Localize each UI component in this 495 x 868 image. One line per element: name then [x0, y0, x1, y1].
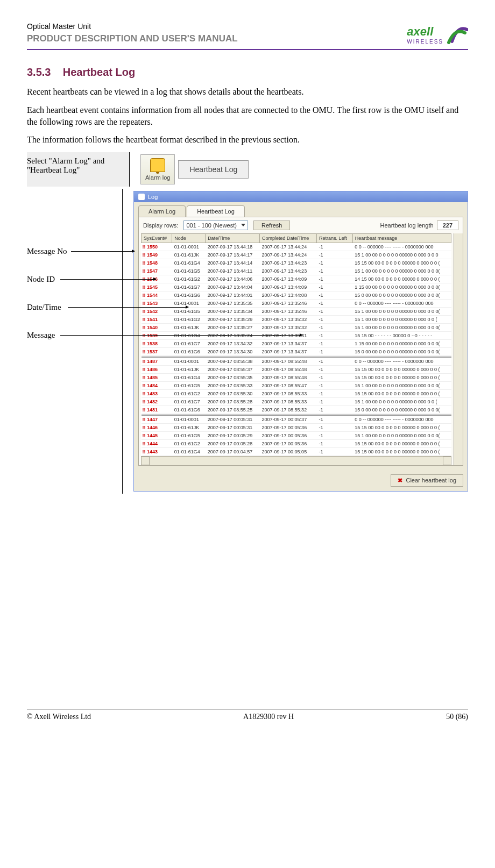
scroll-right-icon[interactable]: [443, 457, 451, 465]
table-row[interactable]: !! 155001-01-00012007-09-17 13:44:182007…: [142, 243, 451, 251]
cell-retrans: -1: [317, 307, 353, 315]
table-row[interactable]: !! 154401-01-61G62007-09-17 13:44:012007…: [142, 291, 451, 299]
col-message[interactable]: Heartbeat message: [352, 233, 451, 243]
cell-retrans: -1: [317, 373, 353, 381]
logo-icon: [447, 25, 468, 45]
cell-warn-icon: !! 1482: [142, 397, 172, 405]
table-row[interactable]: !! 153901-01-61G42007-09-17 13:35:242007…: [142, 331, 451, 339]
cell-retrans: -1: [317, 389, 353, 397]
cell-datetime: 2007-09-17 08:55:28: [206, 397, 260, 405]
cell-datetime: 2007-09-17 13:35:35: [206, 299, 260, 307]
heartbeat-log-button[interactable]: Heartbeat Log: [178, 160, 249, 179]
cell-message: 15 1 00 00 0 0 0 0 0 00000 0 000 0 0 0(: [352, 267, 451, 275]
cell-node: 01-01-61G4: [172, 259, 206, 267]
cell-retrans: -1: [317, 423, 353, 431]
cell-node: 01-01-0001: [172, 357, 206, 365]
cell-completed: 2007-09-17 13:44:23: [260, 267, 317, 275]
cell-retrans: -1: [317, 291, 353, 299]
vertical-scrollbar[interactable]: [454, 233, 463, 465]
cell-warn-icon: !! 1537: [142, 347, 172, 355]
cell-retrans: -1: [317, 447, 353, 456]
cell-retrans: -1: [317, 347, 353, 355]
company-logo: axell WIRELESS: [407, 25, 468, 45]
cell-warn-icon: !! 1485: [142, 373, 172, 381]
cell-retrans: -1: [317, 405, 353, 414]
table-row[interactable]: !! 144701-01-00012007-09-17 00:05:312007…: [142, 415, 451, 423]
cell-message: 15 15 00 00 0 0 0 0 0 00000 0 000 0 0 (: [352, 389, 451, 397]
cell-node: 01-01-61JK: [172, 423, 206, 431]
section-heading: 3.5.3 Heartbeat Log: [27, 66, 468, 79]
col-sysevent[interactable]: SysEvent#: [142, 233, 172, 243]
cell-datetime: 2007-09-17 13:35:34: [206, 307, 260, 315]
table-row[interactable]: !! 148401-01-61G52007-09-17 08:55:332007…: [142, 381, 451, 389]
table-row[interactable]: !! 154701-01-61G52007-09-17 13:44:112007…: [142, 267, 451, 275]
table-row[interactable]: !! 144501-01-61G52007-09-17 00:05:292007…: [142, 431, 451, 439]
cell-warn-icon: !! 1545: [142, 283, 172, 291]
hb-length-label: Heartbeat log length: [380, 222, 434, 229]
cell-node: 01-01-61JK: [172, 251, 206, 259]
scroll-left-icon[interactable]: [141, 457, 150, 465]
col-retrans[interactable]: Retrans. Left: [317, 233, 353, 243]
col-datetime[interactable]: Date/Time: [206, 233, 260, 243]
cell-datetime: 2007-09-17 13:35:29: [206, 315, 260, 323]
cell-completed: 2007-09-17 00:05:37: [260, 415, 317, 423]
table-row[interactable]: !! 154901-01-61JK2007-09-17 13:44:172007…: [142, 251, 451, 259]
cell-message: 1 15 00 00 0 0 0 0 0 00000 0 000 0 0 0(: [352, 283, 451, 291]
cell-retrans: -1: [317, 283, 353, 291]
tab-alarm-log[interactable]: Alarm Log: [138, 205, 186, 217]
cell-datetime: 2007-09-17 00:05:31: [206, 423, 260, 431]
cell-message: 15 1 00 00 0 0 0 0 0 00000 0 000 0 0 0(: [352, 323, 451, 331]
cell-message: 0 0 -- 000000 ---- ----- - 0000000 000: [352, 243, 451, 251]
cell-node: 01-01-61G2: [172, 439, 206, 447]
tab-body: Display rows: 001 - 100 (Newest) Refresh…: [138, 217, 463, 466]
cell-node: 01-01-61G7: [172, 283, 206, 291]
cell-retrans: -1: [317, 439, 353, 447]
table-row[interactable]: !! 148101-01-61G62007-09-17 08:55:252007…: [142, 405, 451, 414]
doc-title: Optical Master Unit: [27, 22, 238, 32]
table-row[interactable]: !! 148601-01-61JK2007-09-17 08:55:372007…: [142, 365, 451, 373]
alarm-log-button[interactable]: Alarm log: [140, 154, 175, 184]
table-row[interactable]: !! 144601-01-61JK2007-09-17 00:05:312007…: [142, 423, 451, 431]
arrow-message: [60, 335, 302, 336]
log-toolbar: Display rows: 001 - 100 (Newest) Refresh…: [139, 217, 463, 233]
cell-completed: 2007-09-17 00:05:36: [260, 439, 317, 447]
delete-icon: ✖: [398, 477, 402, 484]
table-row[interactable]: !! 148701-01-00012007-09-17 08:55:382007…: [142, 357, 451, 365]
table-row[interactable]: !! 153701-01-61G62007-09-17 13:34:302007…: [142, 347, 451, 355]
paragraph-3: The information follows the heartbeat fo…: [27, 134, 468, 146]
cell-datetime: 2007-09-17 13:44:14: [206, 259, 260, 267]
table-row[interactable]: !! 154501-01-61G72007-09-17 13:44:042007…: [142, 283, 451, 291]
log-window: Log Alarm Log Heartbeat Log Display rows…: [133, 191, 468, 492]
cell-retrans: -1: [317, 259, 353, 267]
cell-datetime: 2007-09-17 00:05:28: [206, 439, 260, 447]
table-row[interactable]: !! 148301-01-61G22007-09-17 08:55:302007…: [142, 389, 451, 397]
cell-datetime: 2007-09-17 13:44:11: [206, 267, 260, 275]
table-row[interactable]: !! 154001-01-61JK2007-09-17 13:35:272007…: [142, 323, 451, 331]
cell-node: 01-01-61G4: [172, 447, 206, 456]
cell-completed: 2007-09-17 13:35:32: [260, 315, 317, 323]
table-row[interactable]: !! 148201-01-61G72007-09-17 08:55:282007…: [142, 397, 451, 405]
refresh-button[interactable]: Refresh: [253, 220, 291, 230]
table-row[interactable]: !! 153801-01-61G72007-09-17 13:34:322007…: [142, 339, 451, 347]
table-row[interactable]: !! 144401-01-61G22007-09-17 00:05:282007…: [142, 439, 451, 447]
cell-node: 01-01-61G6: [172, 291, 206, 299]
col-completed[interactable]: Completed Date/Time: [260, 233, 317, 243]
cell-message: 15 0 00 00 0 0 0 0 0 00000 0 000 0 0 0(: [352, 405, 451, 414]
cell-warn-icon: !! 1542: [142, 307, 172, 315]
table-row[interactable]: !! 154801-01-61G42007-09-17 13:44:142007…: [142, 259, 451, 267]
tab-heartbeat-log[interactable]: Heartbeat Log: [187, 205, 245, 217]
cell-retrans: -1: [317, 299, 353, 307]
table-row[interactable]: !! 148501-01-61G42007-09-17 08:55:352007…: [142, 373, 451, 381]
alarm-log-button-label: Alarm log: [145, 174, 170, 181]
annotation-column: Message No Node ID Date/Time Message: [27, 189, 123, 494]
display-rows-select[interactable]: 001 - 100 (Newest): [183, 220, 248, 230]
horizontal-scrollbar[interactable]: [141, 456, 451, 465]
cell-completed: 2007-09-17 13:44:08: [260, 291, 317, 299]
cell-warn-icon: !! 1544: [142, 291, 172, 299]
clear-heartbeat-log-button[interactable]: ✖ Clear heartbeat log: [391, 474, 463, 487]
table-row[interactable]: !! 154601-01-61G22007-09-17 13:44:062007…: [142, 275, 451, 283]
footer-center: A1829300 rev H: [243, 713, 294, 721]
table-row[interactable]: !! 154101-01-61G22007-09-17 13:35:292007…: [142, 315, 451, 323]
table-row[interactable]: !! 144301-01-61G42007-09-17 00:04:572007…: [142, 447, 451, 456]
col-node[interactable]: Node: [172, 233, 206, 243]
